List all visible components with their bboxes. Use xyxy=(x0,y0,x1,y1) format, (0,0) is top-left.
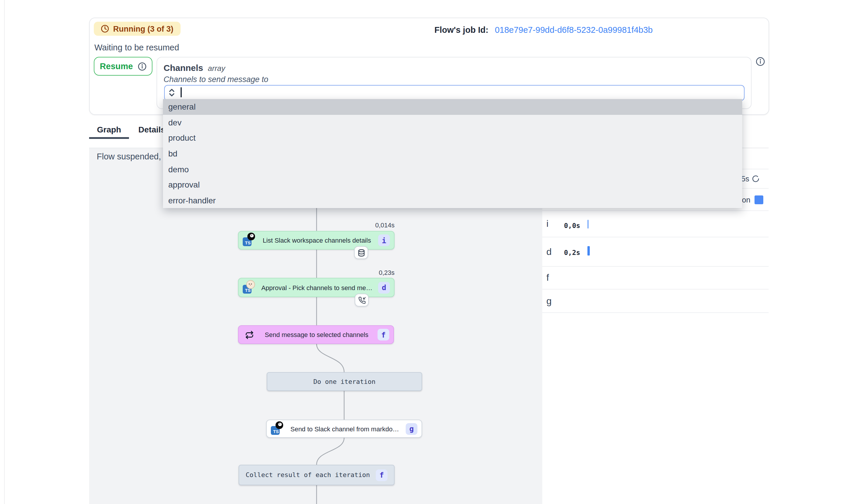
step-duration: 0,2s xyxy=(564,249,580,257)
field-name: Channelsarray xyxy=(163,63,225,73)
node-label: Send message to selected channels xyxy=(259,331,375,338)
node-label: List Slack workspace channels details xyxy=(259,237,375,244)
dropdown-option[interactable]: demo xyxy=(163,161,742,177)
dropdown-option[interactable]: dev xyxy=(163,114,742,130)
waiting-text: Waiting to be resumed xyxy=(94,43,179,52)
refresh-countdown: 5s xyxy=(741,174,749,183)
node-id-badge: g xyxy=(406,423,417,435)
field-type: array xyxy=(208,64,225,73)
resume-button[interactable]: Resume xyxy=(94,57,153,76)
flow-node-forloop[interactable]: Send message to selected channels f xyxy=(238,325,394,344)
timeline-row-f[interactable]: f xyxy=(542,267,768,289)
node-suspend-button[interactable] xyxy=(355,294,369,306)
dropdown-option[interactable]: bd xyxy=(163,146,742,161)
dropdown-option[interactable]: general xyxy=(163,99,742,114)
clock-icon xyxy=(101,24,109,33)
info-icon[interactable] xyxy=(756,57,765,66)
execution-bar xyxy=(587,246,590,255)
tab-graph[interactable]: Graph xyxy=(89,121,129,138)
refresh-icon[interactable] xyxy=(751,175,760,183)
step-id: d xyxy=(546,247,552,257)
active-tab-underline xyxy=(89,137,129,139)
field-name-text: Channels xyxy=(163,63,203,73)
node-duration: 0,23s xyxy=(238,269,394,276)
flow-node-collect-result[interactable]: Collect result of each iteration f xyxy=(238,465,394,485)
node-label: Send to Slack channel from markdo… xyxy=(287,425,403,432)
job-id-row: Flow's job Id: 018e79e7-99dd-d6f8-5232-0… xyxy=(434,25,653,35)
left-edge-divider xyxy=(4,0,5,504)
node-result-button[interactable] xyxy=(354,246,368,259)
channels-dropdown: general dev product bd demo approval err… xyxy=(163,99,742,208)
timeline-row-g[interactable]: g xyxy=(542,289,768,313)
flow-node-list-channels[interactable]: TS List Slack workspace channels details… xyxy=(238,231,394,250)
info-icon xyxy=(138,62,146,71)
dropdown-option[interactable]: approval xyxy=(163,177,742,193)
text-cursor xyxy=(181,87,181,97)
job-id-label: Flow's job Id: xyxy=(434,25,488,35)
node-id-badge: d xyxy=(378,282,390,293)
step-id: g xyxy=(546,296,552,306)
flow-node-do-one-iteration[interactable]: Do one iteration xyxy=(267,372,422,391)
resume-button-label: Resume xyxy=(100,61,133,71)
node-id-badge: f xyxy=(376,469,388,481)
legend-label: on xyxy=(742,195,750,204)
channels-input[interactable] xyxy=(164,85,745,101)
dropdown-option[interactable]: product xyxy=(163,130,742,146)
flow-run-page: Running (3 of 3) Flow's job Id: 018e79e7… xyxy=(0,0,853,504)
flow-node-approval[interactable]: TS Approval - Pick channels to send me… … xyxy=(238,278,394,297)
typescript-bun-icon: TS xyxy=(243,282,255,293)
node-id-badge: f xyxy=(377,329,389,341)
timeline-row-i[interactable]: i 0,0s xyxy=(542,211,768,237)
status-badge: Running (3 of 3) xyxy=(94,22,180,36)
selector-chevrons-icon[interactable] xyxy=(168,88,176,97)
timeline-row-d[interactable]: d 0,2s xyxy=(542,237,768,267)
typescript-deno-icon: TS xyxy=(271,423,284,435)
execution-bar xyxy=(587,220,589,229)
step-id: f xyxy=(546,272,549,283)
field-description: Channels to send message to xyxy=(163,75,268,84)
step-id: i xyxy=(546,219,548,229)
typescript-deno-icon: TS xyxy=(243,234,255,246)
node-duration: 0,014s xyxy=(238,221,394,229)
node-label: Collect result of each iteration xyxy=(246,471,370,479)
flow-node-send-to-slack[interactable]: TS Send to Slack channel from markdo… g xyxy=(266,420,422,438)
loop-icon xyxy=(243,330,255,339)
job-id-link[interactable]: 018e79e7-99dd-d6f8-5232-0a99981f4b3b xyxy=(495,25,653,35)
node-label: Approval - Pick channels to send me… xyxy=(259,284,375,291)
status-badge-label: Running (3 of 3) xyxy=(113,24,173,33)
node-id-badge: i xyxy=(378,234,390,246)
legend-execution-swatch xyxy=(754,195,763,204)
step-duration: 0,0s xyxy=(564,221,580,230)
node-label: Do one iteration xyxy=(313,378,375,385)
dropdown-option[interactable]: error-handler xyxy=(163,193,742,208)
